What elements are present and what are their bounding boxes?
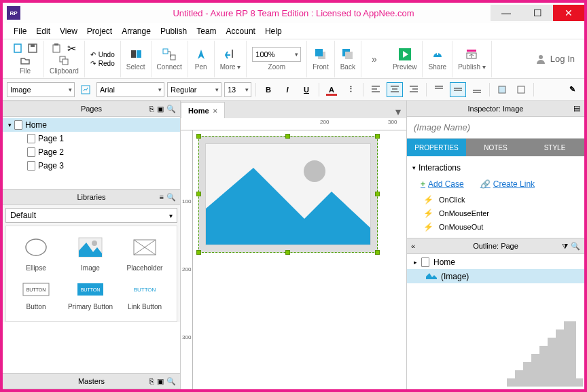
add-case-link[interactable]: +Add Case xyxy=(421,179,464,189)
more-text-button[interactable]: ⋮ xyxy=(342,82,359,97)
align-left-button[interactable] xyxy=(368,82,384,97)
interactions-header[interactable]: ▾ Interactions xyxy=(412,160,579,175)
selected-image-widget[interactable] xyxy=(198,136,378,253)
open-icon[interactable] xyxy=(20,55,31,66)
canvas-tab-home[interactable]: Home × xyxy=(181,102,225,118)
svg-rect-7 xyxy=(131,50,136,58)
add-master-icon[interactable]: ⎘ xyxy=(149,377,154,386)
menu-account[interactable]: Account xyxy=(222,25,260,37)
widget-primary-button[interactable]: BUTTONPrimary Button xyxy=(63,277,118,316)
minimize-button[interactable]: — xyxy=(491,5,522,21)
menu-file[interactable]: File xyxy=(10,25,31,37)
search-libraries-icon[interactable]: 🔍 xyxy=(166,193,176,202)
select-icon[interactable] xyxy=(128,47,143,62)
design-surface[interactable] xyxy=(193,130,406,389)
widget-placeholder[interactable]: Placeholder xyxy=(118,232,172,277)
menu-arrange[interactable]: Arrange xyxy=(118,25,155,37)
event-onmouseenter[interactable]: ⚡OnMouseEnter xyxy=(412,207,579,220)
add-page-icon[interactable]: ⎘ xyxy=(149,105,154,113)
tab-style[interactable]: STYLE xyxy=(525,139,584,156)
new-file-icon[interactable] xyxy=(12,43,23,54)
front-icon[interactable] xyxy=(313,47,328,62)
add-master-folder-icon[interactable]: ▣ xyxy=(157,377,164,386)
event-onmouseout[interactable]: ⚡OnMouseOut xyxy=(412,220,579,234)
svg-rect-12 xyxy=(315,49,323,56)
shape-tool-icon[interactable] xyxy=(77,82,94,97)
widget-name-input[interactable]: (Image Name) xyxy=(407,117,584,139)
align-center-button[interactable] xyxy=(387,82,403,97)
page-item-home[interactable]: ▾Home xyxy=(3,118,180,132)
expand-toolbar-icon[interactable]: » xyxy=(367,52,382,67)
undo-button[interactable]: ↶ Undo xyxy=(90,51,115,58)
menu-team[interactable]: Team xyxy=(192,25,220,37)
outline-item[interactable]: (Image) xyxy=(407,269,584,283)
menu-edit[interactable]: Edit xyxy=(32,25,54,37)
widget-ellipse[interactable]: Ellipse xyxy=(9,232,63,277)
outline-item[interactable]: ▸Home xyxy=(407,255,584,269)
menu-project[interactable]: Project xyxy=(83,25,116,37)
cut-icon[interactable]: ✂ xyxy=(66,43,77,54)
event-onclick[interactable]: ⚡OnClick xyxy=(412,193,579,207)
maximize-button[interactable]: ☐ xyxy=(522,5,553,21)
back-icon[interactable] xyxy=(340,47,355,62)
zoom-combo[interactable]: 100% xyxy=(252,47,301,62)
library-combo[interactable]: Default xyxy=(5,208,177,223)
align-right-button[interactable] xyxy=(406,82,422,97)
valign-bottom-button[interactable] xyxy=(469,82,485,97)
close-button[interactable]: ✕ xyxy=(553,5,584,21)
connect-icon[interactable] xyxy=(162,47,177,62)
login-button[interactable]: Log In xyxy=(535,54,575,65)
tab-notes[interactable]: NOTES xyxy=(466,139,525,156)
create-link-link[interactable]: 🔗Create Link xyxy=(480,179,535,189)
outline-item-label: (Image) xyxy=(441,272,469,281)
bold-button[interactable]: B xyxy=(260,82,277,97)
shape-combo[interactable]: Image xyxy=(7,82,75,97)
libraries-menu-icon[interactable]: ≡ xyxy=(160,193,164,202)
preview-icon[interactable] xyxy=(397,47,412,62)
menu-view[interactable]: View xyxy=(56,25,82,37)
main-toolbar: File ✂ Clipboard ↶ Undo ↷ Redo Select Co… xyxy=(3,39,584,79)
share-icon[interactable] xyxy=(430,47,445,62)
copy-icon[interactable] xyxy=(58,55,69,66)
publish-icon[interactable] xyxy=(464,47,479,62)
redo-button[interactable]: ↷ Redo xyxy=(90,60,115,67)
outline-filter-icon[interactable]: ⧩ xyxy=(562,242,568,251)
font-combo[interactable]: Arial xyxy=(96,82,164,97)
svg-point-31 xyxy=(304,160,325,182)
widget-image[interactable]: Image xyxy=(63,232,118,277)
widget-button[interactable]: BUTTONButton xyxy=(9,277,63,316)
widget-link-button[interactable]: BUTTONLink Button xyxy=(118,277,172,316)
save-icon[interactable] xyxy=(27,43,38,54)
search-outline-icon[interactable]: 🔍 xyxy=(571,242,580,251)
page-item-page-3[interactable]: Page 3 xyxy=(3,159,180,173)
fill-button[interactable] xyxy=(494,82,510,97)
canvas-menu-icon[interactable]: ▾ xyxy=(390,105,406,118)
menu-publish[interactable]: Publish xyxy=(156,25,191,37)
search-pages-icon[interactable]: 🔍 xyxy=(166,105,176,113)
menu-help[interactable]: Help xyxy=(261,25,286,37)
add-folder-icon[interactable]: ▣ xyxy=(157,105,164,113)
valign-top-button[interactable] xyxy=(431,82,447,97)
border-button[interactable] xyxy=(513,82,529,97)
edit-style-button[interactable]: ✎ xyxy=(564,82,580,97)
pen-icon[interactable] xyxy=(194,47,209,62)
underline-button[interactable]: U xyxy=(298,82,315,97)
widgets-grid: EllipseImagePlaceholderBUTTONButtonBUTTO… xyxy=(5,226,177,322)
format-toolbar: Image Arial Regular 13 B I U A ⋮ ✎ xyxy=(3,79,584,101)
close-tab-icon[interactable]: × xyxy=(213,107,217,115)
paste-icon[interactable] xyxy=(51,43,62,54)
weight-combo[interactable]: Regular xyxy=(167,82,221,97)
valign-middle-button[interactable] xyxy=(450,82,466,97)
tree-toggle-icon[interactable]: ▾ xyxy=(8,122,12,128)
inspector-note-icon[interactable]: ▤ xyxy=(573,104,580,113)
page-item-page-1[interactable]: Page 1 xyxy=(3,132,180,145)
search-masters-icon[interactable]: 🔍 xyxy=(166,377,176,386)
svg-rect-0 xyxy=(14,44,21,52)
outline-collapse-icon[interactable]: « xyxy=(411,242,415,250)
more-icon[interactable] xyxy=(223,47,238,62)
page-item-page-2[interactable]: Page 2 xyxy=(3,145,180,159)
text-color-button[interactable]: A xyxy=(323,82,340,97)
size-combo[interactable]: 13 xyxy=(224,82,251,97)
italic-button[interactable]: I xyxy=(279,82,296,97)
tab-properties[interactable]: PROPERTIES xyxy=(407,139,466,156)
